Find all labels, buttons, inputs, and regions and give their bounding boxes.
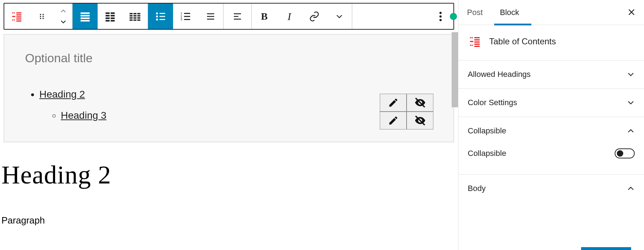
svg-rect-6 bbox=[16, 14, 21, 15]
svg-rect-69 bbox=[475, 39, 480, 40]
svg-rect-4 bbox=[14, 19, 15, 20]
svg-rect-45 bbox=[159, 19, 165, 20]
svg-point-42 bbox=[156, 15, 158, 18]
toc-link[interactable]: Heading 2 bbox=[39, 89, 85, 100]
toc-title-input[interactable]: Optional title bbox=[25, 51, 433, 65]
collapsible-toggle-label: Collapsible bbox=[468, 149, 506, 158]
collapsible-toggle[interactable] bbox=[615, 148, 635, 158]
italic-button[interactable]: I bbox=[277, 4, 302, 29]
close-icon bbox=[628, 8, 635, 16]
toc-item: Heading 2 Heading 3 bbox=[39, 87, 433, 124]
tab-post[interactable]: Post bbox=[466, 0, 484, 25]
svg-point-58 bbox=[439, 11, 442, 14]
svg-rect-35 bbox=[133, 17, 136, 19]
chevron-up-icon bbox=[627, 128, 635, 133]
svg-text:3: 3 bbox=[181, 18, 182, 21]
svg-rect-34 bbox=[129, 17, 132, 19]
more-inline-button[interactable] bbox=[327, 4, 352, 29]
svg-rect-29 bbox=[133, 13, 136, 14]
svg-rect-24 bbox=[105, 17, 109, 19]
svg-rect-68 bbox=[475, 37, 480, 38]
svg-point-40 bbox=[156, 12, 158, 14]
chevron-down-icon bbox=[627, 100, 635, 105]
body-option-highlight bbox=[581, 247, 631, 250]
close-sidebar-button[interactable] bbox=[626, 5, 637, 20]
svg-rect-32 bbox=[133, 15, 136, 16]
settings-sidebar: Post Block Table of Contents Allowed Hea… bbox=[458, 0, 644, 250]
edit-item-button[interactable] bbox=[380, 94, 407, 112]
move-arrows[interactable] bbox=[54, 4, 72, 29]
link-button[interactable] bbox=[302, 4, 327, 29]
svg-rect-23 bbox=[110, 15, 114, 16]
svg-point-10 bbox=[40, 14, 41, 15]
collapsible-panel-body: Collapsible bbox=[458, 145, 644, 175]
svg-rect-22 bbox=[105, 15, 109, 16]
svg-rect-27 bbox=[110, 20, 114, 21]
svg-rect-39 bbox=[137, 19, 140, 21]
bold-button[interactable]: B bbox=[252, 4, 277, 29]
svg-rect-49 bbox=[184, 13, 190, 14]
svg-rect-17 bbox=[80, 15, 90, 16]
svg-rect-56 bbox=[234, 16, 239, 17]
svg-rect-43 bbox=[159, 16, 165, 17]
svg-rect-18 bbox=[80, 17, 90, 19]
block-type-button[interactable] bbox=[4, 4, 29, 29]
chevron-up-icon[interactable] bbox=[60, 9, 67, 13]
toc-block[interactable]: Optional title Heading 2 Heading 3 bbox=[4, 34, 454, 142]
toc-list: Heading 2 Heading 3 bbox=[25, 87, 433, 124]
columns-1-button[interactable] bbox=[73, 4, 98, 29]
svg-point-14 bbox=[40, 18, 41, 19]
columns-2-button[interactable] bbox=[98, 4, 123, 29]
svg-rect-33 bbox=[137, 15, 140, 16]
svg-rect-38 bbox=[133, 19, 136, 21]
svg-rect-55 bbox=[234, 13, 241, 14]
toc-item: Heading 3 bbox=[61, 108, 433, 124]
svg-point-13 bbox=[43, 16, 44, 17]
columns-3-button[interactable] bbox=[123, 4, 148, 29]
panel-body-section[interactable]: Body bbox=[458, 175, 644, 202]
sidebar-tabs: Post Block bbox=[458, 0, 644, 25]
panel-collapsible[interactable]: Collapsible bbox=[458, 117, 644, 145]
svg-rect-65 bbox=[470, 41, 473, 42]
bullet-list-button[interactable] bbox=[148, 4, 173, 29]
svg-rect-1 bbox=[14, 12, 15, 13]
svg-rect-52 bbox=[207, 13, 214, 14]
svg-rect-50 bbox=[184, 16, 190, 17]
toc-item-actions bbox=[380, 94, 433, 129]
drag-handle[interactable] bbox=[29, 4, 54, 29]
svg-rect-57 bbox=[234, 19, 241, 20]
svg-rect-66 bbox=[470, 45, 471, 46]
chevron-down-icon[interactable] bbox=[60, 20, 67, 24]
scrollbar-thumb[interactable] bbox=[452, 32, 458, 107]
collab-indicator bbox=[450, 13, 457, 20]
numbered-list-button[interactable]: 123 bbox=[173, 4, 198, 29]
plain-list-button[interactable] bbox=[198, 4, 223, 29]
svg-rect-20 bbox=[105, 12, 109, 14]
svg-rect-28 bbox=[129, 13, 132, 14]
heading-2[interactable]: Heading 2 bbox=[1, 160, 458, 190]
svg-rect-36 bbox=[137, 17, 140, 19]
svg-rect-31 bbox=[129, 15, 132, 16]
svg-point-11 bbox=[43, 14, 44, 15]
toc-link[interactable]: Heading 3 bbox=[61, 110, 107, 121]
panel-allowed-headings[interactable]: Allowed Headings bbox=[458, 60, 644, 89]
svg-point-15 bbox=[43, 18, 44, 19]
svg-rect-5 bbox=[16, 12, 21, 13]
svg-rect-16 bbox=[80, 12, 90, 14]
text-align-button[interactable] bbox=[223, 4, 251, 29]
toc-icon bbox=[468, 35, 481, 48]
hide-item-button[interactable] bbox=[407, 94, 433, 112]
svg-rect-26 bbox=[105, 20, 109, 21]
chevron-down-icon bbox=[627, 72, 635, 77]
svg-point-12 bbox=[40, 16, 41, 17]
svg-rect-7 bbox=[16, 16, 21, 18]
hide-item-button[interactable] bbox=[407, 112, 433, 129]
svg-rect-51 bbox=[184, 19, 190, 20]
svg-rect-30 bbox=[137, 13, 140, 14]
paragraph[interactable]: Paragraph bbox=[1, 215, 458, 226]
edit-item-button[interactable] bbox=[380, 112, 407, 129]
panel-color-settings[interactable]: Color Settings bbox=[458, 89, 644, 117]
svg-point-44 bbox=[156, 18, 158, 20]
svg-rect-21 bbox=[110, 12, 114, 14]
tab-block[interactable]: Block bbox=[498, 0, 521, 25]
